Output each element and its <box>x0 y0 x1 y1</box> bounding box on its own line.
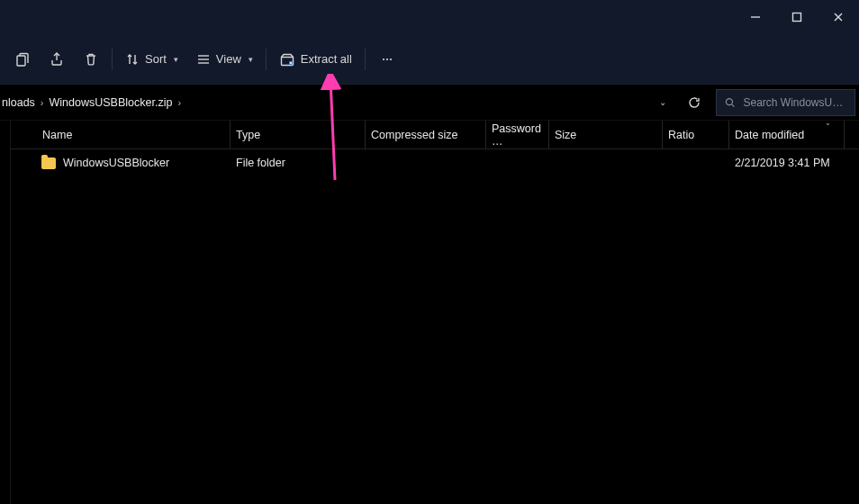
copy-button[interactable] <box>5 43 40 76</box>
folder-icon <box>41 158 56 169</box>
search-input[interactable] <box>743 96 847 109</box>
breadcrumb-seg-downloads[interactable]: nloads <box>2 96 35 109</box>
list-item[interactable]: WindowsUSBBlocker File folder 2/21/2019 … <box>11 149 859 176</box>
column-headers: Name Type Compressed size Password … Siz… <box>11 121 859 149</box>
share-button[interactable] <box>40 43 74 76</box>
item-type: File folder <box>236 157 285 169</box>
maximize-button[interactable] <box>776 0 818 34</box>
content-area: Name Type Compressed size Password … Siz… <box>0 121 859 504</box>
column-header-type[interactable]: Type <box>231 121 366 148</box>
sort-label: Sort <box>145 52 167 66</box>
column-header-password[interactable]: Password … <box>486 121 549 148</box>
search-box[interactable] <box>716 89 855 116</box>
toolbar-divider <box>266 49 267 70</box>
column-header-size[interactable]: Size <box>549 121 663 148</box>
extract-all-label: Extract all <box>301 52 352 66</box>
item-date: 2/21/2019 3:41 PM <box>735 157 830 169</box>
chevron-down-icon: ▾ <box>249 55 253 64</box>
minimize-button[interactable] <box>735 0 776 34</box>
svg-rect-4 <box>17 56 25 66</box>
chevron-down-icon: ▾ <box>174 55 178 64</box>
chevron-right-icon: › <box>172 97 186 108</box>
chevron-right-icon: › <box>35 97 50 108</box>
sort-indicator-icon: ⌄ <box>825 119 831 127</box>
view-button[interactable]: View ▾ <box>187 43 262 76</box>
refresh-button[interactable] <box>678 88 710 117</box>
svg-point-10 <box>386 58 388 59</box>
svg-line-13 <box>732 104 735 106</box>
toolbar-divider <box>112 49 113 70</box>
item-name: WindowsUSBBlocker <box>63 157 169 169</box>
svg-point-9 <box>383 58 384 59</box>
view-label: View <box>216 52 241 66</box>
file-list-pane: Name Type Compressed size Password … Siz… <box>11 121 859 504</box>
more-button[interactable] <box>369 43 405 76</box>
close-button[interactable] <box>818 0 859 34</box>
breadcrumb[interactable]: nloads › WindowsUSBBlocker.zip › <box>0 88 646 117</box>
navigation-pane <box>0 121 11 504</box>
toolbar-divider <box>365 49 366 70</box>
column-header-compressed[interactable]: Compressed size <box>366 121 486 148</box>
column-header-ratio[interactable]: Ratio <box>663 121 729 148</box>
toolbar: Sort ▾ View ▾ Extract all <box>0 34 859 85</box>
svg-point-12 <box>726 98 732 104</box>
svg-point-11 <box>390 58 392 59</box>
svg-rect-1 <box>793 14 801 22</box>
history-dropdown-button[interactable]: ⌄ <box>646 88 678 117</box>
column-header-date[interactable]: Date modified ⌄ <box>729 121 845 148</box>
column-header-name[interactable]: Name <box>36 121 231 148</box>
titlebar <box>0 0 859 34</box>
sort-button[interactable]: Sort ▾ <box>116 43 187 76</box>
address-bar: nloads › WindowsUSBBlocker.zip › ⌄ <box>0 85 859 121</box>
delete-button[interactable] <box>74 43 108 76</box>
file-explorer-window: Sort ▾ View ▾ Extract all nloads › Windo… <box>0 0 859 504</box>
extract-all-button[interactable]: Extract all <box>270 43 361 76</box>
breadcrumb-seg-zip[interactable]: WindowsUSBBlocker.zip <box>50 96 173 109</box>
